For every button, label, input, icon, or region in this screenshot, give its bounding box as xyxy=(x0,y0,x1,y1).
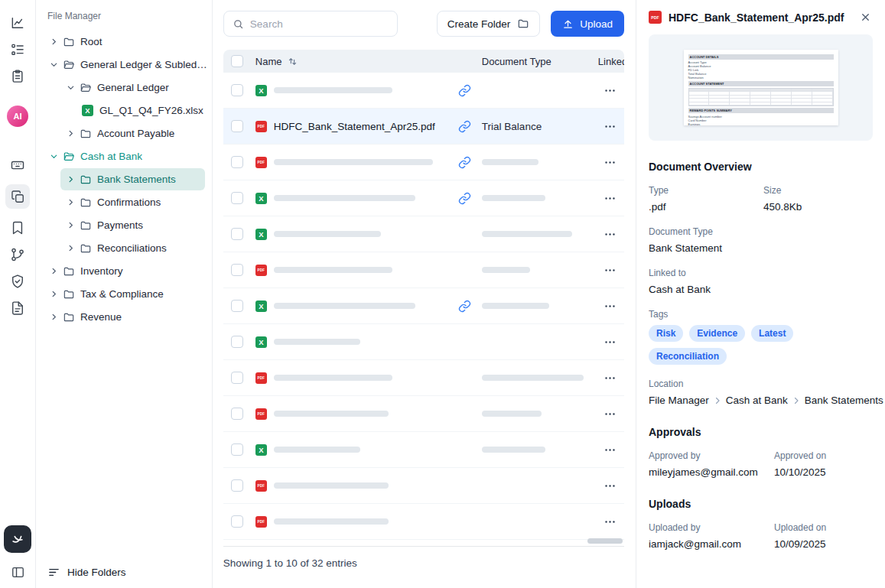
shield-check-icon[interactable] xyxy=(10,274,25,289)
row-checkbox[interactable] xyxy=(231,192,243,204)
checklist-icon[interactable] xyxy=(10,42,25,57)
tree-item-account-payable[interactable]: Account Payable xyxy=(41,122,207,145)
line-chart-icon[interactable] xyxy=(10,15,25,31)
excel-file-icon xyxy=(255,444,267,456)
table-row[interactable] xyxy=(223,288,624,324)
row-checkbox[interactable] xyxy=(231,264,243,276)
row-checkbox[interactable] xyxy=(231,336,243,348)
chevron-down-icon[interactable] xyxy=(64,82,76,94)
type-placeholder-bar xyxy=(482,375,584,381)
approved-by-field: Approved by mileyjames@gmail.com xyxy=(649,450,774,478)
table-row[interactable]: HDFC_Bank_Statement_Apr25.pdfTrial Balan… xyxy=(223,109,624,145)
tree-item-confirmations[interactable]: Confirmations xyxy=(41,191,207,213)
table-row[interactable] xyxy=(223,504,624,540)
chevron-right-icon[interactable] xyxy=(47,311,60,323)
row-checkbox[interactable] xyxy=(231,479,243,492)
tree-item-revenue[interactable]: Revenue xyxy=(41,306,207,328)
bookmark-icon[interactable] xyxy=(10,220,25,236)
row-checkbox[interactable] xyxy=(231,156,243,168)
close-button[interactable] xyxy=(858,10,873,24)
tree-item-general-ledger-subled[interactable]: General Ledger & Subled… xyxy=(41,54,207,76)
select-all-checkbox[interactable] xyxy=(231,55,243,67)
row-menu-button[interactable] xyxy=(600,81,620,100)
git-branch-icon[interactable] xyxy=(10,247,25,262)
breadcrumb-item[interactable]: Bank Statements xyxy=(805,395,883,406)
file-manager-icon[interactable] xyxy=(5,184,30,209)
tree-item-payments[interactable]: Payments xyxy=(41,214,207,236)
table-row[interactable] xyxy=(223,468,624,504)
swoosh-logo-button[interactable] xyxy=(4,525,31,553)
table-row[interactable] xyxy=(223,216,624,252)
chevron-right-icon[interactable] xyxy=(47,288,60,300)
row-checkbox[interactable] xyxy=(231,443,243,456)
horizontal-scrollbar-thumb[interactable] xyxy=(587,538,623,544)
size-field: Size 450.8Kb xyxy=(763,185,873,213)
row-menu-button[interactable] xyxy=(600,476,620,495)
table-row[interactable] xyxy=(223,360,624,396)
main-content: Create Folder Upload Name Document T xyxy=(213,0,636,588)
table-row[interactable] xyxy=(223,432,624,468)
keyboard-icon[interactable] xyxy=(10,158,25,173)
create-folder-button[interactable]: Create Folder xyxy=(437,11,541,37)
chevron-down-icon[interactable] xyxy=(47,151,60,163)
row-menu-button[interactable] xyxy=(600,153,620,172)
search-input[interactable] xyxy=(250,18,389,30)
link-icon xyxy=(458,120,471,133)
row-menu-button[interactable] xyxy=(600,261,620,280)
row-checkbox[interactable] xyxy=(231,228,243,240)
row-menu-button[interactable] xyxy=(600,404,620,424)
chevron-right-icon[interactable] xyxy=(47,265,60,278)
row-checkbox[interactable] xyxy=(231,408,243,420)
folder-tree-panel: File Manager RootGeneral Ledger & Subled… xyxy=(36,0,213,588)
tree-item-label: Confirmations xyxy=(97,197,161,208)
row-menu-button[interactable] xyxy=(600,440,620,460)
chevron-right-icon[interactable] xyxy=(64,128,76,140)
table-row[interactable] xyxy=(223,73,624,109)
tree-item-tax-compliance[interactable]: Tax & Compliance xyxy=(41,283,207,305)
row-menu-button[interactable] xyxy=(600,117,620,136)
row-menu-button[interactable] xyxy=(600,369,620,388)
table-row[interactable] xyxy=(223,180,624,216)
document-type-value: Trial Balance xyxy=(482,121,542,132)
tree-item-reconciliations[interactable]: Reconciliations xyxy=(41,237,207,259)
clipboard-icon[interactable] xyxy=(10,69,25,84)
row-checkbox[interactable] xyxy=(231,515,243,528)
row-menu-button[interactable] xyxy=(600,512,620,531)
hide-folders-icon xyxy=(47,566,60,579)
chevron-right-icon[interactable] xyxy=(64,197,76,209)
row-menu-button[interactable] xyxy=(600,333,620,352)
row-checkbox[interactable] xyxy=(231,120,243,132)
table-row[interactable] xyxy=(223,252,624,288)
ai-avatar[interactable]: AI xyxy=(7,106,28,127)
upload-button[interactable]: Upload xyxy=(551,11,624,37)
chevron-right-icon[interactable] xyxy=(64,174,76,186)
row-checkbox[interactable] xyxy=(231,300,243,312)
breadcrumb-item[interactable]: Cash at Bank xyxy=(726,395,788,406)
collapse-panel-icon[interactable] xyxy=(10,564,25,580)
sort-icon[interactable] xyxy=(288,57,298,67)
folder-icon xyxy=(62,310,75,323)
tree-item-inventory[interactable]: Inventory xyxy=(41,260,207,282)
table-row[interactable] xyxy=(223,145,624,180)
search-box[interactable] xyxy=(223,11,398,37)
row-checkbox[interactable] xyxy=(231,372,243,384)
row-menu-button[interactable] xyxy=(600,297,620,316)
tree-item-gl-q1-q4-fy26-xlsx[interactable]: GL_Q1_Q4_FY26.xlsx xyxy=(41,99,207,122)
tree-item-bank-statements[interactable]: Bank Statements xyxy=(60,168,205,190)
row-menu-button[interactable] xyxy=(600,225,620,244)
row-menu-button[interactable] xyxy=(600,189,620,208)
chevron-right-icon[interactable] xyxy=(64,219,76,232)
chevron-right-icon[interactable] xyxy=(64,242,76,255)
row-checkbox[interactable] xyxy=(231,84,243,96)
table-row[interactable] xyxy=(223,396,624,432)
chevron-down-icon[interactable] xyxy=(47,59,60,71)
table-row[interactable] xyxy=(223,324,624,360)
tree-item-root[interactable]: Root xyxy=(41,31,207,53)
chevron-right-icon[interactable] xyxy=(47,36,60,48)
file-text-icon[interactable] xyxy=(10,300,25,316)
hide-folders-button[interactable]: Hide Folders xyxy=(36,566,212,579)
tree-item-cash-at-bank[interactable]: Cash at Bank xyxy=(41,145,207,167)
field-label: Uploaded on xyxy=(774,522,873,533)
breadcrumb-item[interactable]: File Manager xyxy=(649,395,709,406)
tree-item-general-ledger[interactable]: General Ledger xyxy=(41,76,207,99)
